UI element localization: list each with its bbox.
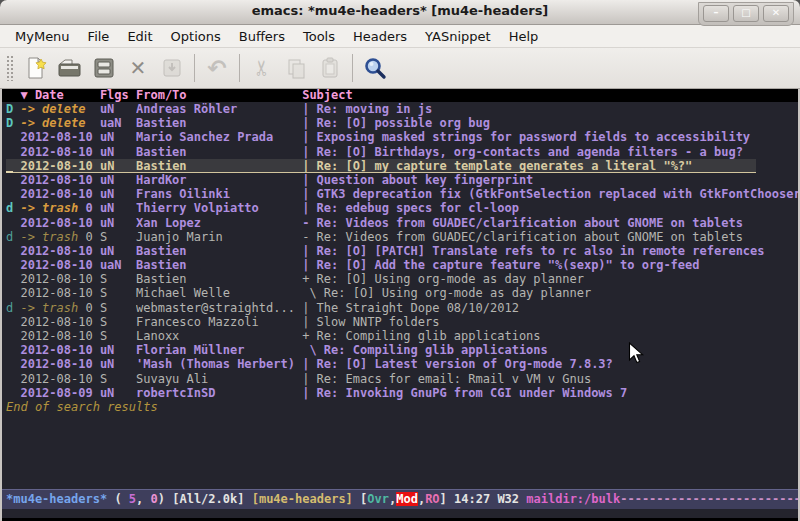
- close-buffer-button[interactable]: ✕: [121, 52, 155, 84]
- message-row[interactable]: 2012-08-10 SMichael Welle \ Re: [O] Usin…: [6, 286, 798, 300]
- date-cell: 2012-08-10: [20, 329, 92, 343]
- emacs-frame-content: ▼ Date FlgsFrom/ToSubject D-> delete uNA…: [0, 89, 800, 518]
- menu-edit[interactable]: Edit: [118, 27, 161, 46]
- window-title: emacs: *mu4e-headers* [mu4e-headers]: [0, 3, 800, 18]
- clipboard-icon: [318, 56, 342, 80]
- copy-button[interactable]: [279, 52, 313, 84]
- subject-cell: - Re: Videos from GUADEC/clarification a…: [302, 216, 743, 230]
- flags-cell: uN: [100, 201, 136, 215]
- message-row[interactable]: d-> trash 0 SJuanjo Marin- Re: Videos fr…: [6, 230, 798, 244]
- message-row[interactable]: 2012-08-10 uN'Mash (Thomas Herbert)| Re:…: [6, 357, 798, 371]
- message-row[interactable]: 2012-08-10 SLanoxx+ Re: Compiling glib a…: [6, 329, 798, 343]
- gap: [93, 230, 100, 244]
- from-cell: Juanjo Marin: [136, 230, 295, 244]
- message-row[interactable]: 2012-08-10 uNFlorian Müllner \ Re: Compi…: [6, 343, 798, 357]
- gap: [93, 343, 100, 357]
- flags-cell: S: [100, 230, 136, 244]
- flags-cell: uN: [100, 216, 136, 230]
- menu-yasnippet[interactable]: YASnippet: [416, 27, 500, 46]
- message-row[interactable]: 2012-08-10 SBastien+ Re: [O] Using org-m…: [6, 272, 798, 286]
- new-file-button[interactable]: [19, 52, 53, 84]
- date-cell: 2012-08-10: [20, 357, 92, 371]
- titlebar[interactable]: emacs: *mu4e-headers* [mu4e-headers] – □…: [0, 0, 800, 25]
- message-row[interactable]: 2012-08-10 uNHardKor| Question about key…: [6, 173, 798, 187]
- date-cell: 2012-08-09: [20, 386, 92, 400]
- date-cell: 2012-08-10: [20, 130, 92, 144]
- menu-file[interactable]: File: [79, 27, 119, 46]
- date-cell: 2012-08-10: [20, 145, 92, 159]
- modeline-segment-buf: *mu4e-headers*: [6, 492, 107, 506]
- headers-column-header[interactable]: ▼ Date FlgsFrom/ToSubject: [2, 89, 798, 102]
- menu-headers[interactable]: Headers: [344, 27, 416, 46]
- mark-cell: D: [6, 102, 20, 116]
- subject-cell: | Re: moving in js: [302, 102, 432, 116]
- message-row[interactable]: D-> delete uaNBastien| Re: [O] possible …: [6, 116, 798, 130]
- date-cell: 2012-08-10: [20, 286, 92, 300]
- flags-cell: uaN: [100, 258, 136, 272]
- column-subject[interactable]: Subject: [302, 88, 353, 102]
- from-cell: HardKor: [136, 173, 295, 187]
- open-file-button[interactable]: [53, 52, 87, 84]
- column-date[interactable]: ▼ Date: [20, 89, 92, 102]
- message-row[interactable]: 2012-08-10 SFrancesco Mazzoli| Slow NNTP…: [6, 315, 798, 329]
- close-button[interactable]: ✕: [763, 5, 789, 22]
- gap: [93, 258, 100, 272]
- toolbar-drag-handle[interactable]: [6, 55, 15, 81]
- menu-tools[interactable]: Tools: [294, 27, 344, 46]
- cut-button[interactable]: ✂: [245, 52, 279, 84]
- minimize-button[interactable]: –: [703, 5, 729, 22]
- search-icon: [362, 55, 388, 81]
- maximize-button[interactable]: □: [733, 5, 759, 22]
- modeline-segment-plain: [: [353, 492, 367, 506]
- gap: [93, 357, 100, 371]
- message-row[interactable]: 2012-08-10 uNXan Lopez- Re: Videos from …: [6, 216, 798, 230]
- menu-mymenu[interactable]: MyMenu: [6, 27, 79, 46]
- flags-cell: S: [100, 301, 136, 315]
- paste-button[interactable]: [313, 52, 347, 84]
- subject-cell: | Re: [O] possible org bug: [302, 116, 490, 130]
- menu-help[interactable]: Help: [500, 27, 548, 46]
- message-row[interactable]: 2012-08-10 uNBastien| Re: [O] [PATCH] Tr…: [6, 244, 798, 258]
- message-row[interactable]: 2012-08-10 uNMario Sanchez Prada| Exposi…: [6, 130, 798, 144]
- from-cell: webmaster@straightd...: [136, 301, 295, 315]
- from-cell: Bastien: [136, 159, 295, 173]
- toolbar-separator: [239, 54, 240, 82]
- menu-buffers[interactable]: Buffers: [230, 27, 294, 46]
- action-mark: -> delete: [20, 116, 85, 130]
- message-row[interactable]: 2012-08-10 SSuvayu Ali| Re: Emacs for em…: [6, 372, 798, 386]
- column-from-to[interactable]: From/To: [136, 89, 295, 102]
- search-button[interactable]: [358, 52, 392, 84]
- save-as-button[interactable]: [155, 52, 189, 84]
- save-file-button[interactable]: [87, 52, 121, 84]
- subject-cell: | The Straight Dope 08/10/2012: [302, 301, 519, 315]
- message-row[interactable]: 2012-08-10 uNBastien| Re: [O] Birthdays,…: [6, 145, 798, 159]
- gap: [93, 173, 100, 187]
- message-row[interactable]: 2012-08-10 uaNBastien| Re: [O] Add the c…: [6, 258, 798, 272]
- subject-cell: | Question about key fingerprint: [302, 173, 533, 187]
- flags-cell: uN: [100, 187, 136, 201]
- mu4e-headers-buffer: D-> delete uNAndreas Röhler| Re: moving …: [2, 102, 798, 489]
- from-cell: Bastien: [136, 272, 295, 286]
- flags-cell: S: [100, 372, 136, 386]
- undo-button[interactable]: ↶: [200, 52, 234, 84]
- message-row[interactable]: 2012-08-10 uNBastien| Re: [O] my capture…: [6, 159, 756, 173]
- message-row[interactable]: 2012-08-09 uNrobertcInSD| Re: Invoking G…: [6, 386, 798, 400]
- undo-arrow-icon: ↶: [207, 55, 226, 81]
- message-row[interactable]: 2012-08-10 uNFrans Oilinki| GTK3 depreca…: [6, 187, 798, 201]
- subject-cell: + Re: [O] Using org-mode as day planner: [302, 272, 584, 286]
- date-cell: 2012-08-10: [20, 216, 92, 230]
- message-row[interactable]: d-> trash 0 uNThierry Volpiatto| Re: ede…: [6, 201, 798, 215]
- from-cell: Lanoxx: [136, 329, 295, 343]
- date-cell: 2012-08-10: [20, 272, 92, 286]
- column-flags[interactable]: Flgs: [100, 89, 136, 102]
- gap: [93, 315, 100, 329]
- from-cell: 'Mash (Thomas Herbert): [136, 357, 295, 371]
- flags-cell: S: [100, 315, 136, 329]
- mode-line[interactable]: *mu4e-headers* ( 5, 0) [All/2.0k] [mu4e-…: [2, 489, 798, 509]
- from-cell: Andreas Röhler: [136, 102, 295, 116]
- message-row[interactable]: D-> delete uNAndreas Röhler| Re: moving …: [6, 102, 798, 116]
- gap: [93, 102, 100, 116]
- gap: [93, 244, 100, 258]
- menu-options[interactable]: Options: [162, 27, 230, 46]
- message-row[interactable]: d-> trash 0 Swebmaster@straightd...| The…: [6, 301, 798, 315]
